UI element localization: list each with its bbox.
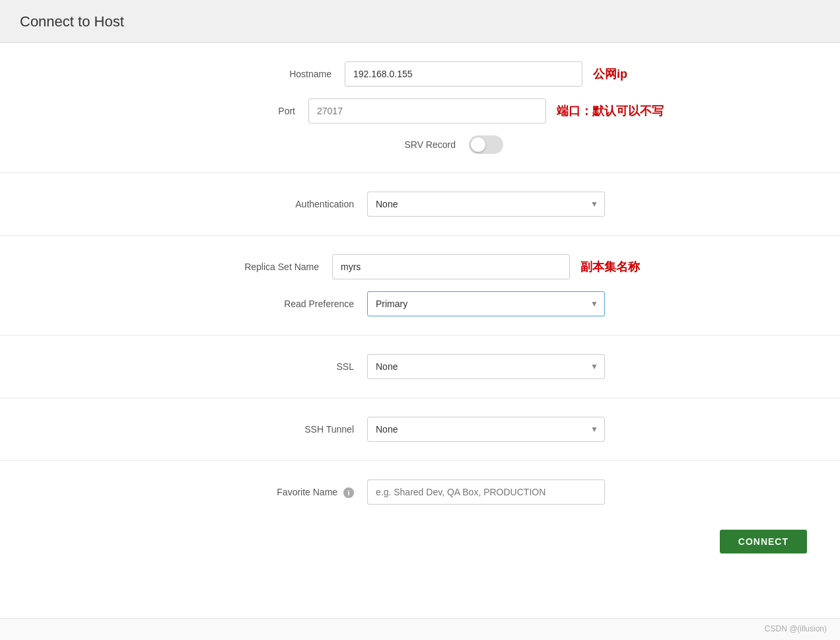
section-connection: Hostname 公网ip Port 端口：默认可以不写 SRV Record — [0, 43, 840, 173]
read-preference-select[interactable]: Primary Primary Preferred Secondary Seco… — [367, 291, 605, 316]
favorite-name-row: Favorite Name i — [0, 480, 840, 505]
ssh-tunnel-select[interactable]: None Use Password Use Private Key — [367, 417, 605, 442]
ssl-label: SSL — [235, 361, 354, 372]
section-ssl: SSL None Unvalidated Server Validation X… — [0, 336, 840, 398]
hostname-row: Hostname 公网ip — [0, 61, 840, 87]
srv-slider — [469, 135, 503, 154]
ssl-select-wrapper: None Unvalidated Server Validation X.509… — [367, 354, 605, 379]
page-title: Connect to Host — [20, 13, 820, 30]
section-authentication: Authentication None Username / Password … — [0, 173, 840, 236]
main-content: Hostname 公网ip Port 端口：默认可以不写 SRV Record — [0, 43, 840, 618]
port-input[interactable] — [308, 98, 546, 124]
connect-button[interactable]: CONNECT — [720, 530, 807, 553]
ssh-tunnel-row: SSH Tunnel None Use Password Use Private… — [0, 417, 840, 442]
read-preference-label: Read Preference — [235, 299, 354, 309]
authentication-select[interactable]: None Username / Password SCRAM-SHA-256 X… — [367, 192, 605, 217]
authentication-label: Authentication — [235, 199, 354, 209]
replica-set-input[interactable] — [332, 254, 570, 279]
srv-row: SRV Record — [0, 135, 840, 154]
ssl-row: SSL None Unvalidated Server Validation X… — [0, 354, 840, 379]
section-favorite: Favorite Name i CONNECT — [0, 461, 840, 573]
footer-credit: CSDN @(illusion) — [0, 618, 840, 640]
replica-set-inner: 副本集名称 — [332, 254, 640, 279]
section-replica: Replica Set Name 副本集名称 Read Preference P… — [0, 236, 840, 336]
srv-toggle[interactable] — [469, 135, 503, 154]
replica-set-label: Replica Set Name — [200, 262, 319, 272]
authentication-select-wrapper: None Username / Password SCRAM-SHA-256 X… — [367, 192, 605, 217]
port-annotation: 端口：默认可以不写 — [557, 103, 664, 119]
hostname-annotation: 公网ip — [593, 66, 627, 82]
ssh-tunnel-label: SSH Tunnel — [235, 424, 354, 435]
favorite-name-label: Favorite Name i — [235, 487, 354, 498]
srv-label: SRV Record — [337, 139, 456, 150]
authentication-row: Authentication None Username / Password … — [0, 192, 840, 217]
favorite-name-info-icon: i — [343, 487, 354, 498]
read-preference-select-wrapper: Primary Primary Preferred Secondary Seco… — [367, 291, 605, 316]
section-ssh: SSH Tunnel None Use Password Use Private… — [0, 398, 840, 461]
ssh-tunnel-select-wrapper: None Use Password Use Private Key ▼ — [367, 417, 605, 442]
hostname-inner: 公网ip — [345, 61, 627, 87]
favorite-name-input[interactable] — [367, 480, 605, 505]
ssl-select[interactable]: None Unvalidated Server Validation X.509 — [367, 354, 605, 379]
hostname-label: Hostname — [213, 69, 332, 79]
button-row: CONNECT — [0, 516, 840, 567]
port-row: Port 端口：默认可以不写 — [0, 98, 840, 124]
read-preference-row: Read Preference Primary Primary Preferre… — [0, 291, 840, 316]
replica-set-row: Replica Set Name 副本集名称 — [0, 254, 840, 279]
hostname-input[interactable] — [345, 61, 582, 87]
replica-set-annotation: 副本集名称 — [580, 259, 640, 275]
port-label: Port — [176, 106, 295, 116]
page-header: Connect to Host — [0, 0, 840, 43]
port-inner: 端口：默认可以不写 — [308, 98, 664, 124]
